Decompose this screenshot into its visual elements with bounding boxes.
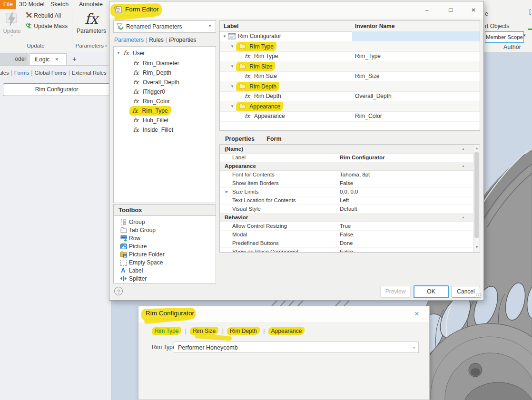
tree-item[interactable]: fxRim_Depth: [114, 68, 216, 78]
member-scope-arrow[interactable]: ▾: [523, 33, 526, 38]
form-titlebar[interactable]: Rim Configurator ×: [138, 306, 429, 322]
tab-iproperties[interactable]: iProperties: [169, 37, 196, 43]
update-mass-button[interactable]: Update Mass: [26, 22, 68, 30]
subtab-rules[interactable]: ules: [0, 70, 9, 76]
tab-3d-model[interactable]: 3D Model: [19, 0, 45, 9]
tree-row-group-rim-depth[interactable]: ▼ Rim Depth: [220, 81, 480, 92]
tab-sketch[interactable]: Sketch: [50, 0, 69, 9]
tree-node-user[interactable]: ▼ fx User: [114, 49, 216, 58]
tab-file[interactable]: File: [0, 0, 16, 9]
property-group[interactable]: Appearance▲: [220, 162, 474, 171]
collapse-icon[interactable]: ▲: [462, 162, 465, 170]
tree-row-group-rim-size[interactable]: ▼ Rim Size: [220, 61, 480, 72]
tab-model-fragment[interactable]: odel: [0, 53, 29, 65]
collapse-icon[interactable]: ▲: [462, 145, 465, 153]
property-group[interactable]: Behavior▲: [220, 213, 474, 222]
tab-parameters[interactable]: Parameters: [114, 37, 144, 43]
tab-rules[interactable]: Rules: [149, 37, 164, 43]
property-row[interactable]: Text Location for ContentsLeft: [220, 196, 474, 205]
property-row[interactable]: Visual StyleDefault: [220, 205, 474, 214]
scroll-down-icon[interactable]: ▾: [473, 244, 480, 249]
toolbox-picture-folder[interactable]: Picture Folder: [114, 251, 216, 258]
collapse-icon[interactable]: ▲: [462, 213, 465, 222]
selected-cell: [352, 31, 480, 41]
preview-button[interactable]: Preview: [380, 286, 411, 298]
property-row[interactable]: Show Item BordersFalse: [220, 179, 474, 188]
tree-row-child[interactable]: fx Rim Size Rim_Size: [220, 71, 480, 82]
filter-arrow-icon[interactable]: ▾: [209, 23, 211, 28]
toolbox-empty-space[interactable]: Empty Space: [114, 259, 216, 266]
ilogic-panel: odel iLogic × + ules|Forms|Global Forms|…: [0, 52, 111, 400]
tree-row-child[interactable]: fx Rim Depth Overall_Depth: [220, 91, 480, 102]
export-objects-label[interactable]: rt Objects: [485, 23, 509, 29]
tree-item[interactable]: fxRim_Diameter: [114, 59, 216, 68]
dialog-titlebar[interactable]: Form Editor – □ ×: [109, 1, 483, 19]
property-row[interactable]: LabelRim Configurator: [220, 153, 474, 162]
tree-row-child[interactable]: fx Appearance Rim_Color: [220, 111, 480, 122]
close-button[interactable]: ×: [465, 4, 482, 16]
help-button[interactable]: ?: [114, 287, 123, 295]
update-dropdown-arrow[interactable]: ▾: [2, 34, 22, 38]
tab-annotate[interactable]: Annotate: [79, 0, 103, 9]
property-row[interactable]: Allow Control ResizingTrue: [220, 222, 474, 231]
tree-row-group-appearance[interactable]: ▼ Appearance: [220, 101, 480, 112]
toolbox-picture[interactable]: Picture: [114, 243, 216, 250]
form-tab-appearance[interactable]: Appearance: [268, 327, 305, 335]
parameters-group-arrow[interactable]: ▾: [105, 44, 107, 48]
tree-row-child[interactable]: fx Rim Type Rim_Type: [220, 51, 480, 62]
tree-item-rim-type[interactable]: fx Rim_Type: [114, 106, 216, 116]
tree-row-group-rim-type[interactable]: ▼ Rim Type: [220, 41, 480, 52]
tab-form[interactable]: Form: [266, 136, 281, 142]
tree-item[interactable]: fxHub_Fillet: [114, 116, 216, 125]
form-tab-rim-type[interactable]: Rim Type: [152, 327, 181, 335]
expand-icon[interactable]: ▶: [226, 187, 228, 196]
resize-grip[interactable]: [476, 293, 482, 299]
ok-button[interactable]: OK: [414, 285, 449, 298]
rim-configurator-form-button[interactable]: Rim Configurator: [3, 83, 110, 96]
tree-table-header: Label Inventor Name: [220, 21, 480, 32]
scroll-up-icon[interactable]: ▴: [473, 145, 480, 151]
parameters-button[interactable]: fx Parameters: [74, 10, 109, 40]
rebuild-all-button[interactable]: Rebuild All: [26, 12, 61, 20]
tree-item[interactable]: fxInside_Fillet: [114, 125, 216, 135]
scrollbar-thumb[interactable]: [474, 152, 479, 238]
tab-ilogic[interactable]: iLogic ×: [30, 53, 67, 65]
form-tab-rim-depth[interactable]: Rim Depth: [227, 327, 260, 335]
property-row-size-limits[interactable]: ▶Size Limits0,0, 0,0: [220, 187, 474, 196]
tree-item[interactable]: fxOverall_Depth: [114, 78, 216, 87]
rim-type-dropdown[interactable]: Performer Honeycomb ▾: [174, 341, 419, 353]
empty-space-icon: [120, 260, 127, 266]
status-green-dash: [528, 29, 532, 30]
property-row[interactable]: Predefined ButtonsDone: [220, 239, 474, 248]
toolbox-tab-group[interactable]: Tab Group: [114, 226, 216, 234]
maximize-button[interactable]: □: [443, 4, 459, 16]
tab-properties[interactable]: Properties: [225, 136, 255, 142]
dropdown-arrow-icon[interactable]: ▾: [413, 342, 415, 353]
property-row[interactable]: Show on Place ComponentFalse: [220, 247, 474, 253]
form-tab-rim-size[interactable]: Rim Size: [190, 327, 218, 335]
subtab-global-forms[interactable]: Global Forms: [34, 70, 66, 76]
subtab-forms[interactable]: Forms: [14, 70, 30, 76]
toolbox-splitter[interactable]: Splitter: [114, 275, 216, 283]
tree-item[interactable]: fxiTrigger0: [114, 87, 216, 97]
scrollbar[interactable]: ▴ ▾: [473, 145, 480, 252]
property-row[interactable]: ModalFalse: [220, 230, 474, 239]
property-group[interactable]: (Name)▲: [220, 145, 474, 154]
subtab-external-rules[interactable]: External Rules: [72, 70, 107, 76]
close-tab-icon[interactable]: ×: [51, 56, 59, 63]
filter-dropdown[interactable]: Renamed Parameters ▾: [113, 20, 216, 33]
property-row[interactable]: Font for ContentsTahoma, 8pt: [220, 170, 474, 179]
tree-row-root[interactable]: ▼ Rim Configurator: [220, 31, 480, 42]
parameters-group-label[interactable]: Parameters: [72, 43, 104, 49]
rebuild-all-icon: [26, 12, 34, 19]
close-icon[interactable]: ×: [414, 309, 419, 319]
add-tab-icon[interactable]: +: [72, 55, 77, 63]
member-scope-button[interactable]: Member Scope: [485, 31, 524, 43]
toolbox-row[interactable]: Row: [114, 234, 216, 242]
toolbox-label[interactable]: A Label: [114, 267, 216, 274]
minimize-button[interactable]: –: [419, 4, 435, 16]
tree-item[interactable]: fxRim_Color: [114, 97, 216, 106]
divider: [0, 65, 111, 66]
author-group-label: Author: [503, 44, 521, 50]
toolbox-group[interactable]: Group: [114, 218, 216, 226]
